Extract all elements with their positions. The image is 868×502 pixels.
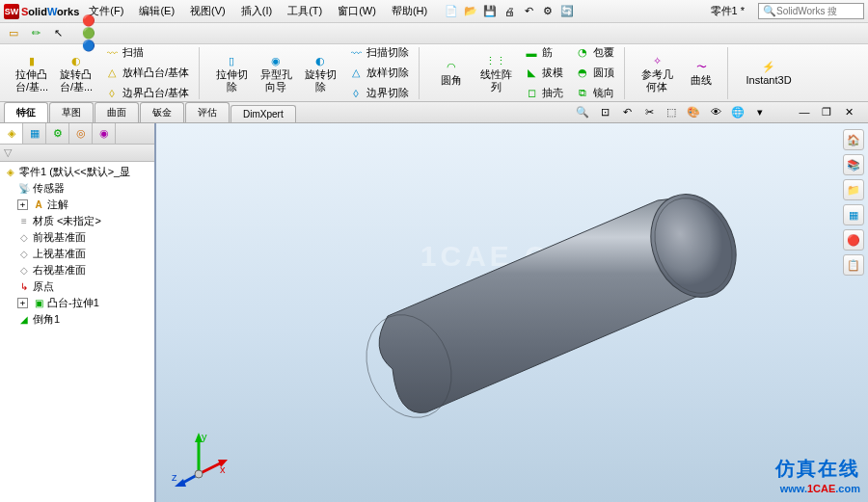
feature-manager-tab[interactable]: ◈ bbox=[0, 123, 23, 144]
fm-icon: ◈ bbox=[8, 127, 15, 140]
hide-show-button[interactable]: 👁 bbox=[706, 103, 725, 120]
design-library-tab[interactable]: 📚 bbox=[843, 154, 864, 175]
menu-tools[interactable]: 工具(T) bbox=[284, 2, 326, 20]
curves-button[interactable]: 〜曲线 bbox=[681, 49, 721, 97]
file-explorer-tab[interactable]: 📁 bbox=[843, 179, 864, 200]
boundary-boss-button[interactable]: ◊边界凸台/基体 bbox=[100, 84, 193, 103]
revolve-boss-button[interactable]: ◐旋转凸 台/基... bbox=[56, 49, 96, 97]
cm-icon: ⚙ bbox=[53, 127, 63, 140]
tree-annotations[interactable]: +A注解 bbox=[15, 197, 152, 213]
sweep-cut-button[interactable]: 〰扫描切除 bbox=[344, 43, 413, 63]
expand-icon[interactable]: + bbox=[17, 298, 28, 308]
rib-button[interactable]: ▬筋 bbox=[520, 43, 567, 63]
appearances-tab[interactable]: 🔴 bbox=[843, 229, 864, 251]
reference-geometry-button[interactable]: ✧参考几 何体 bbox=[637, 49, 677, 97]
linear-pattern-button[interactable]: ⋮⋮线性阵 列 bbox=[475, 49, 516, 97]
qat-open[interactable]: 📂 bbox=[462, 3, 479, 20]
folder-icon: 📁 bbox=[847, 184, 860, 197]
menu-insert[interactable]: 插入(I) bbox=[237, 2, 276, 20]
tree-origin[interactable]: ↳原点 bbox=[15, 278, 152, 295]
qat-rebuild[interactable]: 🔄 bbox=[558, 3, 576, 20]
model-cylinder[interactable] bbox=[330, 181, 754, 422]
display-style-button[interactable]: 🎨 bbox=[684, 103, 703, 120]
menu-view[interactable]: 视图(V) bbox=[186, 2, 230, 20]
zoom-area-button[interactable]: ⊡ bbox=[595, 103, 614, 120]
dimxpert-manager-tab[interactable]: ◎ bbox=[69, 123, 93, 144]
tb-sketch[interactable]: ✏ bbox=[26, 25, 45, 42]
tab-surfaces[interactable]: 曲面 bbox=[95, 102, 139, 122]
tree-root[interactable]: ◈零件1 (默认<<默认>_显 bbox=[2, 164, 152, 180]
instant3d-button[interactable]: ⚡Instant3D bbox=[740, 49, 798, 97]
tb-arrow[interactable]: ↖ bbox=[48, 25, 68, 42]
resources-tab[interactable]: 🏠 bbox=[843, 129, 864, 150]
loft-boss-button[interactable]: △放样凸台/基体 bbox=[100, 64, 193, 83]
tree-front-plane[interactable]: ◇前视基准面 bbox=[15, 229, 152, 246]
annot-icon: A bbox=[32, 198, 45, 212]
win-close-button[interactable]: ✕ bbox=[839, 103, 858, 120]
display-manager-tab[interactable]: ◉ bbox=[93, 123, 116, 144]
qat-options[interactable]: ⚙ bbox=[539, 3, 556, 20]
palette-icon: ▦ bbox=[849, 209, 858, 222]
view-settings-button[interactable]: ▾ bbox=[750, 103, 770, 120]
view-orientation-button[interactable]: ⬚ bbox=[662, 103, 681, 120]
part-icon: ◈ bbox=[4, 166, 17, 179]
tab-dimxpert[interactable]: DimXpert bbox=[231, 105, 296, 122]
section-view-button[interactable]: ✂ bbox=[639, 103, 659, 120]
qat-new[interactable]: 📄 bbox=[443, 3, 460, 20]
menu-edit[interactable]: 编辑(E) bbox=[135, 2, 178, 20]
sweep-boss-button[interactable]: 〰扫描 bbox=[100, 43, 193, 63]
extrude-boss-button[interactable]: ▮拉伸凸 台/基... bbox=[12, 49, 52, 97]
boundary-cut-button[interactable]: ◊边界切除 bbox=[344, 84, 413, 103]
tree-chamfer1[interactable]: ◢倒角1 bbox=[15, 311, 152, 328]
property-manager-tab[interactable]: ▦ bbox=[23, 123, 46, 144]
tree-top-plane[interactable]: ◇上视基准面 bbox=[15, 246, 152, 262]
orientation-triad[interactable]: y x z bbox=[170, 431, 228, 489]
tab-sheetmetal[interactable]: 钣金 bbox=[140, 102, 184, 122]
hole-wizard-button[interactable]: ◉异型孔 向导 bbox=[256, 49, 296, 97]
close-icon: ✕ bbox=[845, 106, 854, 119]
tab-evaluate[interactable]: 评估 bbox=[185, 102, 230, 122]
tree-sensors[interactable]: 📡传感器 bbox=[15, 180, 152, 197]
command-tabs: 特征 草图 曲面 钣金 评估 DimXpert 🔍 ⊡ ↶ ✂ ⬚ 🎨 👁 🌐 … bbox=[0, 102, 868, 123]
tree-extrude1[interactable]: +▣凸台-拉伸1 bbox=[15, 295, 152, 311]
tb-select[interactable]: ▭ bbox=[4, 25, 23, 42]
shell-button[interactable]: ◻抽壳 bbox=[520, 84, 567, 103]
win-restore-button[interactable]: ❐ bbox=[817, 103, 836, 120]
search-box[interactable]: 🔍 bbox=[758, 3, 864, 19]
qat-save[interactable]: 💾 bbox=[481, 3, 499, 20]
tree-right-plane[interactable]: ◇右视基准面 bbox=[15, 262, 152, 278]
view-palette-tab[interactable]: ▦ bbox=[843, 204, 864, 225]
draft-button[interactable]: ◣拔模 bbox=[520, 64, 567, 83]
extrude-cut-button[interactable]: ▯拉伸切 除 bbox=[211, 49, 252, 97]
config-manager-tab[interactable]: ⚙ bbox=[46, 123, 69, 144]
graphics-viewport[interactable]: 1CAE.COM bbox=[156, 123, 868, 502]
fillet-button[interactable]: ◠圆角 bbox=[431, 49, 472, 97]
custom-props-tab[interactable]: 📋 bbox=[843, 254, 864, 276]
revolve-cut-button[interactable]: ◐旋转切 除 bbox=[300, 49, 340, 97]
tab-sketch[interactable]: 草图 bbox=[49, 102, 94, 122]
library-icon: 📚 bbox=[847, 159, 860, 172]
apply-scene-button[interactable]: 🌐 bbox=[728, 103, 747, 120]
search-input[interactable] bbox=[776, 6, 854, 16]
loft-cut-button[interactable]: △放样切除 bbox=[344, 64, 413, 83]
wrap-button[interactable]: ◔包覆 bbox=[571, 43, 618, 63]
app-logo: SW SolidWorks bbox=[4, 4, 79, 19]
filter-bar[interactable]: ▽ bbox=[0, 145, 154, 162]
sketch-icon: ✏ bbox=[32, 27, 41, 40]
tree-material[interactable]: ≡材质 <未指定> bbox=[15, 213, 152, 229]
mirror-button[interactable]: ⧉镜向 bbox=[571, 84, 618, 103]
dome-button[interactable]: ◓圆顶 bbox=[571, 64, 618, 83]
qat-undo[interactable]: ↶ bbox=[520, 3, 537, 20]
tab-features[interactable]: 特征 bbox=[4, 102, 48, 122]
workspace: ◈ ▦ ⚙ ◎ ◉ ▽ ◈零件1 (默认<<默认>_显 📡传感器 +A注解 ≡材… bbox=[0, 123, 868, 502]
rib-icon: ▬ bbox=[524, 45, 539, 61]
main-menu: 文件(F) 编辑(E) 视图(V) 插入(I) 工具(T) 窗口(W) 帮助(H… bbox=[85, 2, 431, 20]
menu-window[interactable]: 窗口(W) bbox=[334, 2, 380, 20]
expand-icon[interactable]: + bbox=[17, 199, 28, 210]
previous-view-button[interactable]: ↶ bbox=[617, 103, 637, 120]
zoom-fit-button[interactable]: 🔍 bbox=[573, 103, 592, 120]
win-min-button[interactable]: — bbox=[795, 103, 814, 120]
qat-print[interactable]: 🖨 bbox=[501, 3, 518, 20]
menu-help[interactable]: 帮助(H) bbox=[388, 2, 431, 20]
tb-appearance[interactable]: 🔴🟢🔵 bbox=[81, 25, 100, 42]
